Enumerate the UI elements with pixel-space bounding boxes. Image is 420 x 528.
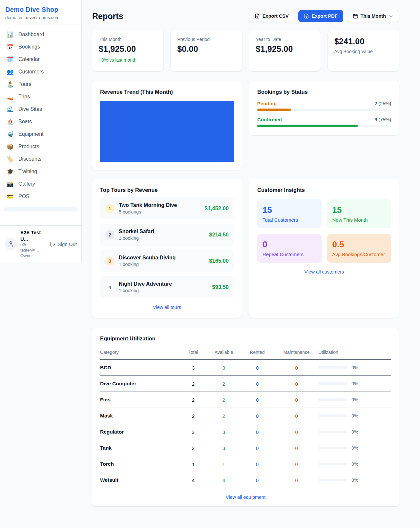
cell-category: Fins <box>100 392 178 408</box>
user-info: E2E Test U... e2e-tester@... Owner <box>20 229 47 259</box>
period-label: This Month <box>361 13 386 19</box>
sidebar-item-products[interactable]: 📦 Products <box>3 140 78 153</box>
table-row: Regulator 3 3 0 0 0% <box>100 424 391 440</box>
sidebar-item-bookings[interactable]: 📅 Bookings <box>3 41 78 53</box>
tour-bookings: 1 booking <box>119 235 205 241</box>
island-icon: 🏝️ <box>7 82 14 87</box>
cell-rented: 0 <box>240 360 275 376</box>
stat-label: Year to Date <box>256 37 314 42</box>
bookings-by-status-card: Bookings by Status Pending 2 (25%) Confi… <box>249 81 399 135</box>
sign-out-label: Sign Out <box>58 241 77 247</box>
view-all-tours-link[interactable]: View all tours <box>100 305 234 310</box>
file-download-icon <box>304 13 309 19</box>
cell-rented: 0 <box>240 440 275 456</box>
sidebar-item-reports-partial[interactable] <box>3 207 78 211</box>
status-count: 6 (75%) <box>374 117 391 122</box>
sidebar-item-label: Dashboard <box>18 31 44 37</box>
people-icon: 👥 <box>7 69 14 75</box>
export-pdf-button[interactable]: Export PDF <box>298 10 343 22</box>
col-category: Category <box>100 347 178 360</box>
user-role: Owner <box>20 253 47 259</box>
stat-value: $241.00 <box>334 37 392 46</box>
col-maintenance: Maintenance <box>275 347 318 360</box>
sidebar-item-dashboard[interactable]: 📊 Dashboard <box>3 28 78 41</box>
tour-row[interactable]: 3 Discover Scuba Diving 1 booking $165.0… <box>100 250 234 272</box>
table-row: Fins 2 2 0 0 0% <box>100 392 391 408</box>
tour-row[interactable]: 1 Two Tank Morning Dive 5 bookings $1,45… <box>100 197 234 219</box>
insight-tiles: 15 Total Customers 15 New This Month 0 R… <box>257 199 391 263</box>
camera-icon: 📸 <box>7 181 14 187</box>
sidebar-item-gallery[interactable]: 📸 Gallery <box>3 178 78 190</box>
credit-card-icon: 💳 <box>7 194 14 199</box>
cell-rented: 0 <box>240 456 275 472</box>
sign-out-button[interactable]: Sign Out <box>50 241 77 247</box>
main-content: Reports Export CSV Export PDF This Month… <box>82 0 420 506</box>
tour-row[interactable]: 4 Night Dive Adventure 1 booking $93.50 <box>100 276 234 298</box>
stats-row: This Month $1,925.00 +0% vs last month P… <box>92 30 399 71</box>
wave-icon: 🌊 <box>7 107 14 112</box>
cell-available: 3 <box>208 440 240 456</box>
charts-row: Revenue Trend (This Month) Bookings by S… <box>92 81 399 170</box>
export-csv-button[interactable]: Export CSV <box>249 10 294 22</box>
sidebar-item-equipment[interactable]: 🤿 Equipment <box>3 128 78 140</box>
brand-name: Demo Dive Shop <box>5 6 76 13</box>
stat-delta: +0% vs last month <box>99 57 157 63</box>
sidebar-item-training[interactable]: 🎓 Training <box>3 165 78 178</box>
sign-out-icon <box>50 241 55 247</box>
sidebar-item-boats[interactable]: ⛵ Boats <box>3 115 78 128</box>
sidebar-item-calendar[interactable]: 🗓️ Calendar <box>3 53 78 66</box>
sidebar-item-label: Dive Sites <box>18 106 42 112</box>
tile-new-this-month: 15 New This Month <box>327 199 391 228</box>
sidebar-item-customers[interactable]: 👥 Customers <box>3 66 78 78</box>
tour-name: Night Dive Adventure <box>119 281 208 287</box>
progress-fill <box>257 109 291 111</box>
cell-category: BCD <box>100 360 178 376</box>
graduation-cap-icon: 🎓 <box>7 169 14 174</box>
top-tours-card: Top Tours by Revenue 1 Two Tank Morning … <box>92 179 242 318</box>
rank-badge: 2 <box>105 230 115 239</box>
sidebar-item-label: POS <box>18 193 30 199</box>
stat-value: $1,925.00 <box>256 44 314 54</box>
cell-total: 1 <box>178 456 208 472</box>
speedboat-icon: 🚤 <box>7 94 14 100</box>
sidebar-item-pos[interactable]: 💳 POS <box>3 190 78 203</box>
view-all-equipment-link[interactable]: View all equipment <box>100 495 391 500</box>
period-select[interactable]: This Month <box>347 10 399 22</box>
top-tours-title: Top Tours by Revenue <box>100 187 234 193</box>
sidebar-item-tours[interactable]: 🏝️ Tours <box>3 78 78 91</box>
revenue-trend-card: Revenue Trend (This Month) <box>92 81 242 170</box>
utilization-bar <box>318 463 347 465</box>
cell-maintenance: 0 <box>275 456 318 472</box>
table-row: Torch 1 1 0 0 0% <box>100 456 391 472</box>
tile-avg-bookings: 0.5 Avg Bookings/Customer <box>327 234 391 263</box>
stat-card-this-month: This Month $1,925.00 +0% vs last month <box>92 30 163 71</box>
progress-fill <box>257 125 358 127</box>
revenue-trend-bar <box>100 101 234 162</box>
view-all-customers-link[interactable]: View all customers <box>257 269 391 274</box>
cell-rented: 0 <box>240 472 275 488</box>
sidebar-item-label: Bookings <box>18 44 40 50</box>
rank-badge: 1 <box>105 204 115 213</box>
cell-rented: 0 <box>240 376 275 392</box>
cell-total: 4 <box>178 472 208 488</box>
table-row: Mask 2 2 0 0 0% <box>100 408 391 424</box>
tile-label: New This Month <box>332 217 386 223</box>
utilization-percent: 0% <box>351 477 358 483</box>
cell-maintenance: 0 <box>275 408 318 424</box>
sidebar-item-discounts[interactable]: 🏷️ Discounts <box>3 153 78 165</box>
status-label: Confirmed <box>257 117 282 122</box>
utilization-percent: 0% <box>351 461 358 467</box>
table-header-row: Category Total Available Rented Maintena… <box>100 347 391 360</box>
sidebar-item-label: Gallery <box>18 181 35 187</box>
tour-row[interactable]: 2 Snorkel Safari 1 booking $214.50 <box>100 224 234 246</box>
sidebar-item-dive-sites[interactable]: 🌊 Dive Sites <box>3 103 78 115</box>
sidebar-item-trips[interactable]: 🚤 Trips <box>3 91 78 103</box>
equipment-utilization-card: Equipment Utilization Category Total Ava… <box>92 328 399 506</box>
header-actions: Export CSV Export PDF This Month <box>249 10 399 22</box>
utilization-percent: 0% <box>351 365 358 370</box>
sidebar: Demo Dive Shop demo.test.divestreams.com… <box>0 0 82 262</box>
diving-mask-icon: 🤿 <box>7 132 14 137</box>
cell-category: Mask <box>100 408 178 424</box>
cell-total: 2 <box>178 408 208 424</box>
tag-icon: 🏷️ <box>7 156 14 162</box>
